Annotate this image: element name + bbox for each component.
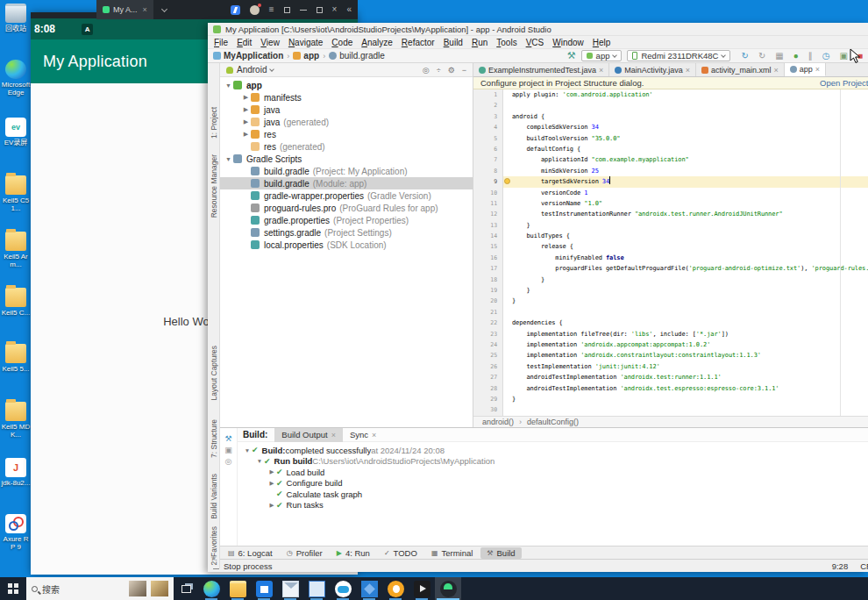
code-text[interactable]: versionCode 1 [512,188,868,198]
desktop-icon-recycle-bin[interactable]: 回收站 [1,4,31,32]
device-select[interactable]: Redmi 2311DRK48C [627,50,730,61]
tree-row-manifests[interactable]: ▶manifests [220,91,473,104]
menu-edit[interactable]: Edit [232,38,256,47]
account-avatar-icon[interactable] [250,5,260,15]
toolwindow-button-logcat[interactable]: ▤6: Logcat [222,547,279,559]
code-text[interactable] [512,100,868,111]
debug-button[interactable]: ● [793,52,799,61]
desktop-icon-jdk-installer[interactable]: Jjdk-8u2... [1,458,31,487]
code-text[interactable]: buildToolsVersion "35.0.0" [512,133,868,144]
tool-stripe-7-structure[interactable]: 7: Structure [210,419,218,458]
code-text[interactable]: androidTestImplementation 'androidx.test… [512,372,868,382]
build-tab-build-output[interactable]: Build Output× [274,428,343,442]
taskbar-app-file-explorer[interactable] [224,577,251,600]
pause-button[interactable]: ∥ [808,52,813,61]
tree-row-java[interactable]: ▶java(generated) [220,116,473,128]
desktop-icon-ev-recorder[interactable]: evEV录屏 [1,118,31,146]
code-text[interactable]: implementation 'androidx.constraintlayou… [512,350,868,361]
project-header-collapse-all-icon[interactable]: ÷ [437,66,441,75]
menu-view[interactable]: View [256,38,284,47]
tree-toggle-icon[interactable]: ▼ [224,156,233,162]
build-toggle-icon[interactable]: ▼ [243,447,252,454]
code-text[interactable]: versionName "1.0" [512,198,868,209]
code-text[interactable]: android { [512,111,868,122]
tool-stripe-resource-manager[interactable]: Resource Manager [210,154,218,218]
minimize-icon[interactable] [300,10,307,11]
tree-row-res[interactable]: res(generated) [220,140,473,153]
code-text[interactable]: targetSdkVersion 34 [512,176,868,187]
menu-tools[interactable]: Tools [492,38,521,47]
tool-stripe-layout-captures[interactable]: Layout Captures [210,346,218,400]
task-view-button[interactable] [174,577,198,600]
toolwindow-button-todo[interactable]: ✓TODO [378,547,423,559]
line-ending-indicator[interactable]: CRLF [860,561,868,571]
toolwindow-button-profiler[interactable]: ◷Profiler [281,547,329,559]
start-button[interactable] [0,577,26,600]
code-text[interactable]: applicationId "com.example.myapplication… [512,154,868,165]
taskbar-app-cloud-app[interactable] [330,577,356,600]
tree-toggle-icon[interactable]: ▶ [241,94,251,101]
app-badge-icon[interactable] [231,5,240,15]
attach-debugger-button[interactable]: ↻ [758,52,765,61]
status-message[interactable]: Stop process [224,561,272,571]
taskbar-app-microsoft-store[interactable] [251,577,277,600]
tab-close-icon[interactable]: × [372,431,376,439]
chevron-down-icon[interactable] [161,5,167,11]
tree-toggle-icon[interactable]: ▶ [241,118,251,125]
build-row-4[interactable]: ✔Calculate task graph [238,489,868,500]
menu-icon[interactable]: ≡ [269,5,274,14]
code-text[interactable] [512,307,868,318]
code-text[interactable]: apply plugin: 'com.android.application' [512,89,868,100]
desktop-icon-keil5-c[interactable]: Keil5 C... [1,288,31,317]
close-icon[interactable]: × [332,5,338,14]
tab-close-icon[interactable]: × [773,66,778,75]
maximize-icon[interactable] [317,7,323,13]
taskbar-app-orange-app[interactable] [382,577,409,600]
code-text[interactable]: testImplementation 'junit:junit:4.12' [512,361,868,372]
menu-analyze[interactable]: Analyze [357,38,397,47]
capture-layout-button[interactable]: ▦ [775,52,783,61]
build-filter-icon[interactable]: ⚒ [220,434,237,443]
desktop-icon-keil5-mdk[interactable]: Keil5 MDK... [1,402,31,439]
open-project-structure-link[interactable]: Open Project Structure [820,78,868,88]
breadcrumb-android[interactable]: android() [482,418,514,426]
favorites-star-icon[interactable]: ★ [210,554,217,562]
tree-row-build-gradle[interactable]: build.gradle(Module: app) [220,177,473,189]
code-text[interactable]: buildTypes { [512,231,868,241]
run-configuration-select[interactable]: app [581,50,623,61]
editor-tab-activity-main-xml[interactable]: activity_main.xml× [696,63,785,76]
tree-row-java[interactable]: ▶java [220,104,473,116]
taskbar-search-box[interactable]: 搜索 [26,577,174,600]
menu-code[interactable]: Code [327,38,357,47]
tool-stripe-1-project[interactable]: 1: Project [210,107,218,139]
breadcrumb-item-app[interactable]: app [293,51,319,61]
tab-close-icon[interactable]: × [599,66,603,75]
tab-close-icon[interactable]: × [331,431,336,439]
menu-help[interactable]: Help [588,38,615,47]
code-text[interactable]: minSdkVersion 25 [512,166,868,176]
menu-refactor[interactable]: Refactor [397,38,439,47]
search-highlight-photo[interactable] [129,581,146,596]
tree-toggle-icon[interactable]: ▼ [224,82,233,89]
code-text[interactable]: } [512,394,868,404]
code-text[interactable]: } [512,296,868,306]
menu-build[interactable]: Build [439,38,467,47]
code-text[interactable]: testInstrumentationRunner "androidx.test… [512,209,868,219]
desktop-icon-microsoft-edge[interactable]: Microsoft Edge [1,60,31,96]
project-header-hide-icon[interactable]: − [462,66,466,75]
code-text[interactable]: } [512,285,868,296]
editor-tab-app[interactable]: app× [785,63,826,76]
build-toggle-icon[interactable]: ▶ [267,468,276,475]
tree-row-app[interactable]: ▼app [220,79,473,91]
build-toggle-icon[interactable]: ▶ [267,480,276,487]
editor-tab-exampleinstrumentedtest-java[interactable]: ExampleInstrumentedTest.java× [473,63,609,76]
taskbar-app-sticky-notes[interactable] [303,577,330,600]
toolwindow-button-terminal[interactable]: ▦Terminal [425,547,479,559]
menu-file[interactable]: File [210,38,232,47]
build-pin-icon[interactable]: ◎ [220,457,237,466]
code-editor[interactable]: 1apply plugin: 'com.android.application'… [473,89,868,416]
taskbar-app-mail[interactable] [277,577,303,600]
tree-row-proguard-rules-pro[interactable]: proguard-rules.pro(ProGuard Rules for ap… [220,202,473,214]
profiler-button[interactable]: ◷ [822,52,830,61]
taskbar-app-microsoft-edge[interactable] [198,577,224,600]
